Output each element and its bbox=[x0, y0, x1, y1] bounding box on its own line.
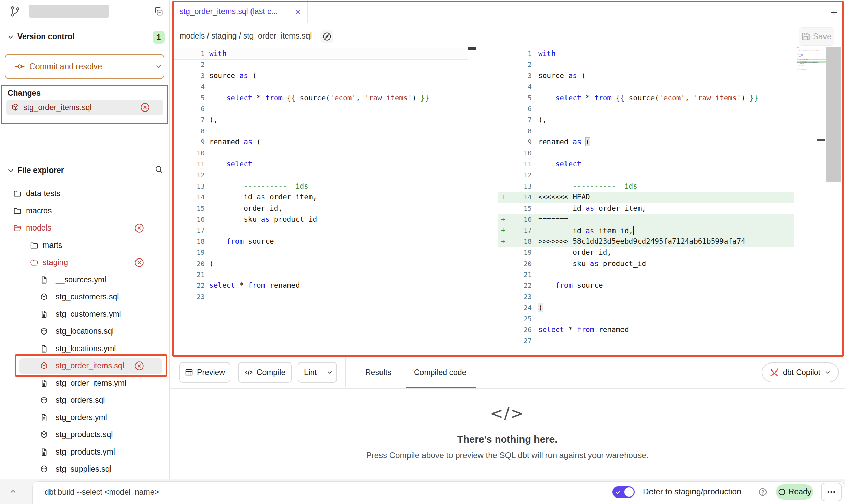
minimap[interactable]: withsource as ( select * from {{ source(… bbox=[797, 47, 828, 71]
code-line[interactable]: 27 bbox=[498, 335, 845, 346]
file-item-stg_customers.sql[interactable]: stg_customers.sql bbox=[0, 288, 170, 306]
file-item-stg_products.yml[interactable]: stg_products.yml bbox=[0, 444, 170, 461]
file-item-__sources.yml[interactable]: __sources.yml bbox=[0, 271, 170, 288]
code-line[interactable]: 26select * from renamed bbox=[498, 324, 845, 336]
code-line[interactable]: 3source as ( bbox=[173, 70, 468, 81]
code-line[interactable]: 23 bbox=[173, 291, 468, 302]
file-item-stg_order_items.sql[interactable]: stg_order_items.sql bbox=[0, 357, 170, 374]
file-item-models[interactable]: models bbox=[0, 220, 170, 237]
lint-dropdown-button[interactable] bbox=[323, 363, 336, 382]
code-line[interactable]: +14<<<<<<< HEAD bbox=[498, 192, 845, 203]
empty-state-subtitle: Press Compile above to preview the SQL d… bbox=[170, 450, 845, 460]
code-line[interactable]: 18 from source bbox=[173, 236, 468, 247]
close-icon[interactable] bbox=[293, 8, 302, 16]
code-line[interactable]: 4 bbox=[173, 81, 468, 92]
code-line[interactable]: +16======= bbox=[498, 214, 845, 225]
code-line[interactable]: 10 bbox=[173, 148, 468, 159]
cube-icon bbox=[40, 293, 48, 301]
code-line[interactable]: 15 id as order_item, bbox=[498, 203, 845, 214]
code-line[interactable]: 12 bbox=[498, 169, 845, 181]
line-number: 4 bbox=[498, 81, 532, 92]
tab-compiled-code[interactable]: Compiled code bbox=[414, 368, 466, 377]
code-line[interactable]: 13 ---------- ids bbox=[173, 181, 468, 192]
code-line[interactable]: 6 bbox=[498, 103, 845, 115]
new-tab-plus-icon[interactable] bbox=[829, 8, 839, 17]
editor-pane-right[interactable]: 1with23source as (45 select * from {{ so… bbox=[498, 48, 845, 357]
compile-button[interactable]: Compile bbox=[238, 362, 292, 383]
dbt-copilot-button[interactable]: dbt Copilot bbox=[762, 362, 839, 382]
line-number: 24 bbox=[498, 302, 532, 313]
file-item-data-tests[interactable]: data-tests bbox=[0, 185, 170, 202]
code-line[interactable]: 6 bbox=[173, 103, 468, 115]
code-line[interactable]: 4 bbox=[498, 81, 845, 92]
code-line[interactable]: 22select * from renamed bbox=[173, 280, 468, 291]
code-line[interactable]: 1with bbox=[173, 48, 468, 59]
file-item-stg_customers.yml[interactable]: stg_customers.yml bbox=[0, 306, 170, 323]
code-line[interactable]: 7), bbox=[173, 114, 468, 125]
code-line[interactable]: 5 select * from {{ source('ecom', 'raw_i… bbox=[173, 92, 468, 104]
code-line[interactable]: 14 id as order_item, bbox=[173, 192, 468, 203]
file-item-staging[interactable]: staging bbox=[0, 254, 170, 271]
code-line[interactable]: 1with bbox=[498, 48, 845, 59]
file-item-stg_locations.sql[interactable]: stg_locations.sql bbox=[0, 323, 170, 340]
code-line[interactable]: 9renamed as ( bbox=[498, 136, 845, 148]
code-line[interactable]: 3source as ( bbox=[498, 70, 845, 81]
code-line[interactable]: 25 bbox=[498, 313, 845, 325]
file-item-marts[interactable]: marts bbox=[0, 237, 170, 254]
discard-change-icon[interactable] bbox=[134, 258, 144, 267]
code-line[interactable]: 7), bbox=[498, 114, 845, 125]
code-line[interactable]: 19 order_id, bbox=[498, 247, 845, 258]
code-line[interactable]: +17 id as item_id, bbox=[498, 225, 845, 236]
defer-label: Defer to staging/production bbox=[643, 487, 741, 496]
code-line[interactable]: 24) bbox=[498, 302, 845, 313]
code-line[interactable]: 2 bbox=[498, 59, 845, 70]
code-line[interactable]: +18>>>>>>> 58c1dd23d5eebd9cd2495fa7124ab… bbox=[498, 236, 845, 247]
code-line[interactable]: 21 bbox=[173, 269, 468, 280]
file-item-stg_locations.yml[interactable]: stg_locations.yml bbox=[0, 340, 170, 357]
code-line[interactable]: 21 bbox=[498, 269, 845, 280]
more-options-button[interactable] bbox=[821, 483, 842, 501]
code-line[interactable]: 12 bbox=[173, 169, 468, 181]
code-line[interactable]: 8 bbox=[173, 125, 468, 137]
chevron-down-icon bbox=[824, 369, 831, 376]
code-line[interactable]: 20 sku as product_id bbox=[498, 258, 845, 269]
status-ready-badge[interactable]: Ready bbox=[776, 484, 813, 500]
defer-toggle[interactable] bbox=[612, 486, 635, 498]
file-item-stg_order_items.yml[interactable]: stg_order_items.yml bbox=[0, 375, 170, 392]
file-item-stg_orders.sql[interactable]: stg_orders.sql bbox=[0, 392, 170, 409]
tab-results[interactable]: Results bbox=[365, 368, 391, 377]
chevron-up-icon[interactable] bbox=[9, 488, 17, 495]
code-line[interactable]: 11 select bbox=[498, 159, 845, 170]
code-line[interactable]: 11 select bbox=[173, 159, 468, 170]
lint-button[interactable]: Lint bbox=[298, 362, 337, 383]
discard-change-icon[interactable] bbox=[134, 361, 144, 371]
breadcrumb: models / staging / stg_order_items.sql bbox=[180, 31, 312, 41]
file-item-stg_orders.yml[interactable]: stg_orders.yml bbox=[0, 409, 170, 426]
code-line[interactable]: 23 bbox=[498, 291, 845, 302]
code-line[interactable]: 5 select * from {{ source('ecom', 'raw_i… bbox=[498, 92, 845, 104]
file-item-macros[interactable]: macros bbox=[0, 203, 170, 220]
preview-button[interactable]: Preview bbox=[179, 362, 230, 383]
code-line[interactable]: 10 bbox=[498, 148, 845, 159]
discard-change-icon[interactable] bbox=[134, 223, 144, 233]
command-input-placeholder[interactable]: dbt build --select <model_name> bbox=[45, 488, 159, 497]
file-item-stg_products.sql[interactable]: stg_products.sql bbox=[0, 426, 170, 443]
right-scrollbar-thumb[interactable] bbox=[826, 47, 841, 182]
editor-pane-left[interactable]: 1with23source as (45 select * from {{ so… bbox=[173, 48, 477, 357]
code-line[interactable]: 17 bbox=[173, 225, 468, 236]
code-line[interactable]: 20) bbox=[173, 258, 468, 269]
code-line[interactable]: 22 from source bbox=[498, 280, 845, 291]
code-line[interactable]: 9renamed as ( bbox=[173, 136, 468, 148]
code-line[interactable]: 13 ---------- ids bbox=[498, 181, 845, 192]
code-line[interactable]: 16 sku as product_id bbox=[173, 214, 468, 225]
left-scrollbar-thumb[interactable] bbox=[468, 47, 476, 50]
code-line[interactable]: 15 order_id, bbox=[173, 203, 468, 214]
code-line[interactable]: 19 bbox=[173, 247, 468, 258]
code-line[interactable]: 2 bbox=[173, 59, 468, 70]
save-button[interactable]: Save bbox=[799, 27, 834, 46]
help-icon[interactable] bbox=[758, 488, 767, 496]
code-line[interactable]: 8 bbox=[498, 125, 845, 137]
lineage-compass-icon[interactable] bbox=[320, 30, 333, 43]
tab-stg-order-items[interactable]: stg_order_items.sql (last c... bbox=[173, 0, 308, 23]
file-item-stg_supplies.sql[interactable]: stg_supplies.sql bbox=[0, 461, 170, 478]
